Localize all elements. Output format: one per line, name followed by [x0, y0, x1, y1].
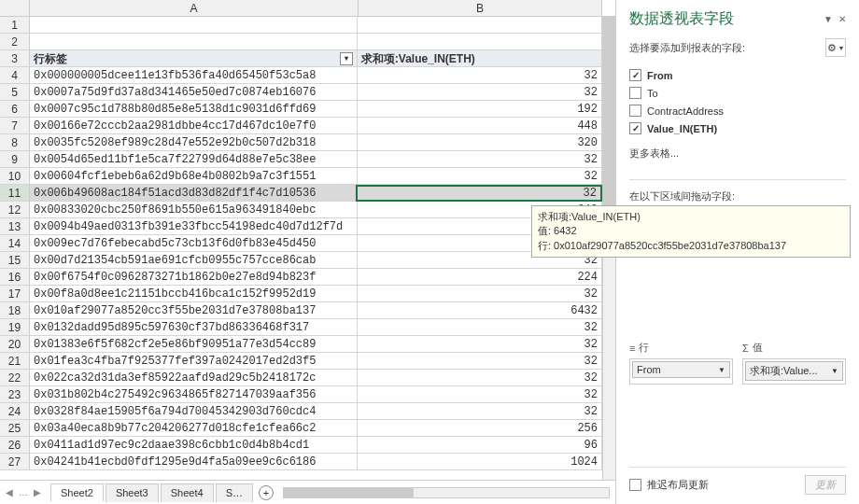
field-item[interactable]: To [629, 84, 846, 102]
gear-icon[interactable]: ⚙▼ [825, 38, 846, 57]
values-area[interactable]: Σ值 求和项:Value...▼ [742, 341, 846, 459]
cell[interactable]: 32 [356, 185, 602, 202]
field-checkbox[interactable] [629, 122, 641, 134]
rowlabel-filter-dropdown[interactable]: ▾ [340, 52, 353, 65]
cell[interactable]: 0x0411ad1d97ec9c2daae398c6cbb1c0d4b8b4cd… [30, 437, 358, 454]
panel-close-icon[interactable]: ✕ [838, 14, 846, 24]
field-checkbox[interactable] [629, 105, 641, 117]
cell[interactable]: 32 [358, 370, 602, 386]
row-header[interactable]: 26 [0, 437, 30, 454]
add-sheet-button[interactable]: + [259, 485, 274, 500]
row-header[interactable]: 20 [0, 336, 30, 353]
sheet-tab[interactable]: Sheet4 [161, 483, 214, 502]
row-header[interactable]: 3 [0, 50, 30, 67]
row-header[interactable]: 14 [0, 235, 30, 252]
values-pill[interactable]: 求和项:Value...▼ [745, 361, 843, 381]
field-checkbox[interactable] [629, 69, 641, 81]
row-header[interactable]: 27 [0, 454, 30, 470]
cell[interactable]: 0x0094b49aed0313fb391e33fbcc54198edc40d7… [30, 218, 358, 235]
sheet-tab[interactable]: Sheet3 [106, 483, 159, 502]
row-header[interactable]: 15 [0, 252, 30, 269]
cell[interactable]: 0x01383e6f5f682cf2e5e86bf90951a77e3d54cc… [30, 336, 358, 353]
row-header[interactable]: 11 [0, 185, 30, 202]
cell[interactable]: 0x00f8a0d8ee1c21151bccb416bca1c152f9952d… [30, 286, 358, 302]
rows-area[interactable]: ≡行 From▼ [629, 341, 733, 459]
row-header[interactable]: 25 [0, 420, 30, 437]
cell[interactable]: 0x010af29077a8520cc3f55be2031d7e37808ba1… [30, 302, 358, 319]
tab-more-icon[interactable]: … [19, 487, 28, 497]
row-header[interactable]: 16 [0, 269, 30, 286]
row-header[interactable]: 23 [0, 386, 30, 403]
cell[interactable]: 0x0054d65ed11bf1e5ca7f22799d64d88e7e5c38… [30, 151, 358, 168]
cell[interactable]: 0x00833020cbc250f8691b550e615a963491840e… [30, 202, 358, 218]
cell[interactable]: 0x0007a75d9fd37a8d341465e50ed7c0874eb160… [30, 84, 358, 101]
cell[interactable]: 96 [358, 437, 602, 454]
cell[interactable]: 32 [358, 319, 602, 336]
cell[interactable]: 0x00166e72cccb2aa2981dbbe4cc17d467dc10e7… [30, 118, 358, 134]
cell[interactable]: 448 [358, 118, 602, 134]
cell[interactable]: 0x0132dadd95d895c597630cf37bd86336468f31… [30, 319, 358, 336]
cell[interactable]: 32 [358, 353, 602, 370]
cell[interactable] [30, 17, 358, 34]
row-header[interactable]: 10 [0, 168, 30, 185]
cell[interactable]: 320 [358, 134, 602, 151]
cell[interactable]: 192 [358, 101, 602, 118]
cell[interactable]: 0x0328f84ae15905f6a794d70045342903d760cd… [30, 403, 358, 420]
row-header[interactable]: 5 [0, 84, 30, 101]
row-header[interactable]: 21 [0, 353, 30, 370]
row-header[interactable]: 7 [0, 118, 30, 134]
cell[interactable] [358, 34, 602, 50]
select-all-corner[interactable] [0, 0, 30, 16]
sheet-tab[interactable]: Sheet2 [50, 483, 104, 502]
cell[interactable] [358, 17, 602, 34]
pivot-rowlabel-header[interactable]: 行标签▾ [30, 50, 358, 67]
horizontal-scrollbar[interactable] [283, 487, 610, 498]
row-header[interactable]: 13 [0, 218, 30, 235]
cell[interactable]: 0x0007c95c1d788b80d85e8e5138d1c9031d6ffd… [30, 101, 358, 118]
cell[interactable]: 0x01fea3c4fba7f925377fef397a0242017ed2d3… [30, 353, 358, 370]
tab-prev-icon[interactable]: ◀ [6, 487, 13, 497]
cell[interactable]: 1024 [358, 454, 602, 470]
cell[interactable]: 0x03a40eca8b9b77c204206277d018cfe1cfea66… [30, 420, 358, 437]
pivot-value-header[interactable]: 求和项:Value_IN(ETH) [358, 50, 602, 67]
cell[interactable]: 0x006b49608ac184f51acd3d83d82df1f4c7d105… [30, 185, 356, 202]
row-header[interactable]: 1 [0, 17, 30, 34]
cell[interactable]: 32 [358, 386, 602, 403]
chevron-down-icon[interactable]: ▼ [718, 366, 725, 374]
panel-dropdown-icon[interactable]: ▼ [824, 14, 833, 24]
tab-next-icon[interactable]: ▶ [34, 487, 41, 497]
cell[interactable]: 0x00604fcf1ebeb6a62d9b68e4b0802b9a7c3f15… [30, 168, 358, 185]
row-header[interactable]: 9 [0, 151, 30, 168]
cell[interactable]: 32 [358, 286, 602, 302]
cell[interactable]: 0x009ec7d76febecabd5c73cb13f6d0fb83e45d4… [30, 235, 358, 252]
row-header[interactable]: 24 [0, 403, 30, 420]
cell[interactable]: 0x022ca32d31da3ef85922aafd9ad29c5b241817… [30, 370, 358, 386]
row-header[interactable]: 18 [0, 302, 30, 319]
update-button[interactable]: 更新 [805, 475, 846, 495]
cell[interactable]: 0x00f6754f0c0962873271b1862b0e27e8d94b82… [30, 269, 358, 286]
column-header-B[interactable]: B [359, 0, 602, 16]
row-header[interactable]: 17 [0, 286, 30, 302]
row-header[interactable]: 22 [0, 370, 30, 386]
row-header[interactable]: 8 [0, 134, 30, 151]
row-header[interactable]: 19 [0, 319, 30, 336]
cell[interactable]: 224 [358, 269, 602, 286]
cell[interactable]: 0x00d7d21354cb591ae691cfcb0955c757cce86c… [30, 252, 358, 269]
field-item[interactable]: Value_IN(ETH) [629, 119, 846, 137]
cell[interactable]: 0x000000005dcee11e13fb536fa40d65450f53c5… [30, 67, 358, 84]
rows-pill-from[interactable]: From▼ [632, 361, 730, 378]
cell[interactable]: 32 [358, 168, 602, 185]
cell[interactable] [30, 34, 358, 50]
sheet-tab[interactable]: S… [216, 483, 253, 502]
more-tables-link[interactable]: 更多表格... [629, 147, 846, 161]
row-header[interactable]: 2 [0, 34, 30, 50]
row-header[interactable]: 4 [0, 67, 30, 84]
field-item[interactable]: ContractAddress [629, 102, 846, 119]
cell[interactable]: 256 [358, 420, 602, 437]
cell[interactable]: 0x04241b41ecbd0fdf1295e9d4fa5a09ee9c6c61… [30, 454, 358, 470]
defer-layout-checkbox[interactable] [629, 479, 641, 491]
row-header[interactable]: 12 [0, 202, 30, 218]
cell[interactable]: 6432 [358, 302, 602, 319]
tab-nav-arrows[interactable]: ◀ … ▶ [6, 487, 41, 497]
column-header-A[interactable]: A [30, 0, 359, 16]
